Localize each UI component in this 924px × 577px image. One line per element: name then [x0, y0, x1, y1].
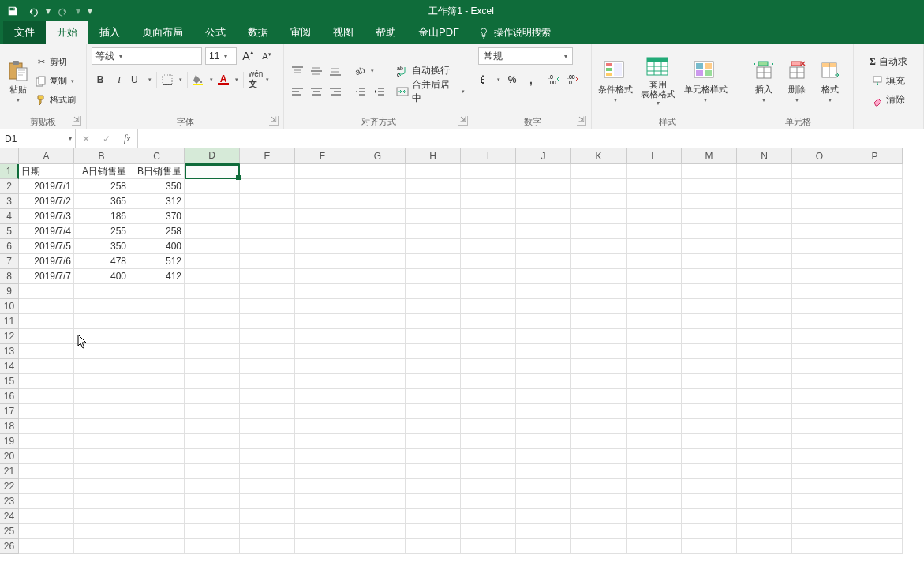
merge-center-button[interactable]: 合并后居中▾ [393, 83, 468, 100]
cell-E21[interactable] [240, 464, 295, 479]
cell-O26[interactable] [792, 539, 847, 554]
cell-B17[interactable] [74, 404, 129, 419]
tab-formulas[interactable]: 公式 [194, 21, 237, 44]
cell-B1[interactable]: A日销售量 [74, 164, 129, 179]
cell-L10[interactable] [627, 299, 682, 314]
cell-D19[interactable] [185, 434, 240, 449]
cell-H25[interactable] [406, 524, 461, 539]
cell-I8[interactable] [461, 269, 516, 284]
format-cells-button[interactable]: 格式▼ [814, 60, 846, 103]
cell-N23[interactable] [737, 494, 792, 509]
paste-button[interactable]: 粘贴 ▼ [5, 60, 32, 103]
cell-M6[interactable] [682, 239, 737, 254]
cell-L12[interactable] [627, 329, 682, 344]
cell-J19[interactable] [516, 434, 571, 449]
align-top-button[interactable] [289, 62, 306, 80]
cell-A14[interactable] [19, 359, 74, 374]
align-bottom-button[interactable] [327, 62, 344, 80]
bold-button[interactable]: B [92, 71, 109, 88]
row-header-4[interactable]: 4 [0, 209, 19, 224]
cell-O8[interactable] [792, 269, 847, 284]
cell-M17[interactable] [682, 404, 737, 419]
enter-formula-button[interactable]: ✓ [96, 133, 117, 144]
cell-A3[interactable]: 2019/7/2 [19, 194, 74, 209]
cell-A17[interactable] [19, 404, 74, 419]
font-name-select[interactable]: 等线▾ [92, 47, 202, 65]
tab-insert[interactable]: 插入 [88, 21, 131, 44]
cell-D10[interactable] [185, 299, 240, 314]
cell-H11[interactable] [406, 314, 461, 329]
insert-function-button[interactable]: fx [117, 133, 137, 144]
cell-G20[interactable] [350, 449, 406, 464]
cell-F23[interactable] [295, 494, 350, 509]
cell-N15[interactable] [737, 374, 792, 389]
cell-C5[interactable]: 258 [129, 224, 185, 239]
cell-P19[interactable] [847, 434, 903, 449]
cell-C16[interactable] [129, 389, 185, 404]
cell-M11[interactable] [682, 314, 737, 329]
cell-D18[interactable] [185, 419, 240, 434]
cell-K16[interactable] [571, 389, 627, 404]
cell-H13[interactable] [406, 344, 461, 359]
cell-C20[interactable] [129, 449, 185, 464]
cell-P3[interactable] [847, 194, 903, 209]
cell-O21[interactable] [792, 464, 847, 479]
cell-B13[interactable] [74, 344, 129, 359]
cell-C10[interactable] [129, 299, 185, 314]
cell-O22[interactable] [792, 479, 847, 494]
cell-L24[interactable] [627, 509, 682, 524]
cell-I16[interactable] [461, 389, 516, 404]
cell-J10[interactable] [516, 299, 571, 314]
cell-H16[interactable] [406, 389, 461, 404]
column-header-G[interactable]: G [350, 148, 406, 164]
cell-C13[interactable] [129, 344, 185, 359]
cell-D4[interactable] [185, 209, 240, 224]
font-launcher[interactable]: ⇲ [269, 116, 279, 126]
cell-J21[interactable] [516, 464, 571, 479]
alignment-launcher[interactable]: ⇲ [458, 116, 468, 126]
cell-C23[interactable] [129, 494, 185, 509]
cell-K22[interactable] [571, 479, 627, 494]
cell-H26[interactable] [406, 539, 461, 554]
row-header-1[interactable]: 1 [0, 164, 19, 179]
cell-B2[interactable]: 258 [74, 179, 129, 194]
cell-M2[interactable] [682, 179, 737, 194]
cell-O10[interactable] [792, 299, 847, 314]
cell-P23[interactable] [847, 494, 903, 509]
cell-I13[interactable] [461, 344, 516, 359]
cell-P8[interactable] [847, 269, 903, 284]
cell-F6[interactable] [295, 239, 350, 254]
cell-I15[interactable] [461, 374, 516, 389]
column-header-F[interactable]: F [295, 148, 350, 164]
row-header-10[interactable]: 10 [0, 299, 19, 314]
cell-G26[interactable] [350, 539, 406, 554]
cell-L11[interactable] [627, 314, 682, 329]
cell-F14[interactable] [295, 359, 350, 374]
cell-B4[interactable]: 186 [74, 209, 129, 224]
cell-I6[interactable] [461, 239, 516, 254]
cell-C24[interactable] [129, 509, 185, 524]
cell-G19[interactable] [350, 434, 406, 449]
column-header-B[interactable]: B [74, 148, 129, 164]
cell-C9[interactable] [129, 284, 185, 299]
cell-C4[interactable]: 370 [129, 209, 185, 224]
row-header-18[interactable]: 18 [0, 419, 19, 434]
cell-E24[interactable] [240, 509, 295, 524]
cell-K9[interactable] [571, 284, 627, 299]
cell-F12[interactable] [295, 329, 350, 344]
cell-D8[interactable] [185, 269, 240, 284]
cell-B22[interactable] [74, 479, 129, 494]
row-header-3[interactable]: 3 [0, 194, 19, 209]
cell-O2[interactable] [792, 179, 847, 194]
select-all-corner[interactable] [0, 148, 19, 164]
accounting-format-button[interactable]: ₿▾ [478, 71, 502, 88]
cell-L25[interactable] [627, 524, 682, 539]
cell-F1[interactable] [295, 164, 350, 179]
cell-N16[interactable] [737, 389, 792, 404]
cell-E3[interactable] [240, 194, 295, 209]
cell-H7[interactable] [406, 254, 461, 269]
cell-J4[interactable] [516, 209, 571, 224]
cell-G23[interactable] [350, 494, 406, 509]
qat-customize-icon[interactable]: ▾ [84, 6, 96, 17]
cell-H24[interactable] [406, 509, 461, 524]
